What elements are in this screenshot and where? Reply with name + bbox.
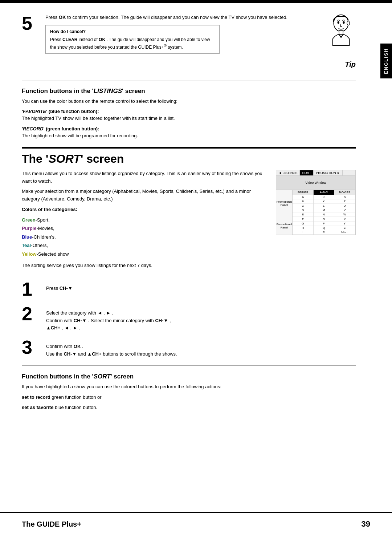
sort-main-heading: The 'SORT' screen <box>22 147 356 166</box>
guide-cell: S <box>334 195 355 199</box>
guide-cell: T <box>334 199 355 204</box>
sort-step-3-num: 3 <box>22 338 42 357</box>
guide-rows-lower: F G H I O P Q R X Y <box>293 217 355 235</box>
divider-1 <box>22 81 356 81</box>
tip-ok-bold: OK <box>99 37 105 42</box>
color-blue-line: Blue-Children's, <box>22 233 265 241</box>
guide-cell: D <box>293 208 313 212</box>
guide-col2-lower: O P Q R <box>314 217 335 235</box>
guide-col-movies: MOVIES <box>334 190 355 195</box>
mini-guide: ◄ LISTINGS SORT PROMOTION ► Video Window… <box>276 170 356 235</box>
guide-col1-lower: F G H I <box>293 217 314 235</box>
guide-lower-body: PromotionalPanel F G H I O P Q <box>276 217 355 235</box>
guide-inner-upper: SERIES A-B-C MOVIES A B C D E J <box>293 190 355 217</box>
guide-cell: R <box>314 230 334 235</box>
guide-cell: B <box>293 199 313 204</box>
sort-step-3: 3 Confirm with OK . Use the CH-▼ and ▲CH… <box>22 338 356 358</box>
guide-cell: Y <box>334 222 355 226</box>
step-5-number: 5 <box>22 14 40 33</box>
step1-ch-bold: CH-▼ <box>60 285 73 291</box>
sort-step-2-text: Select the category with ◄ , ► . Confirm… <box>46 304 171 332</box>
guide-cell: C <box>293 204 313 208</box>
guide-rows-upper: A B C D E J K L M N <box>293 195 355 217</box>
sorting-text: The sorting service gives you show listi… <box>22 262 265 269</box>
guide-col1: A B C D E <box>293 195 314 217</box>
tip-clear-bold: CLEAR <box>62 37 77 42</box>
guide-video-window: Video Window <box>276 176 355 190</box>
sort-step-2: 2 Select the category with ◄ , ► . Confi… <box>22 304 356 332</box>
tip-label: Tip <box>323 59 356 70</box>
guide-cell: Z <box>334 226 355 230</box>
color-purple-text: -Movies, <box>36 226 54 231</box>
cartoon-svg <box>323 14 356 54</box>
guide-col-header: SERIES A-B-C MOVIES <box>293 190 355 195</box>
favorite-text: The highlighted TV show will be stored t… <box>22 115 356 122</box>
step3-ach-bold: ▲CH+ <box>87 351 101 357</box>
color-green-label: Green <box>22 217 36 223</box>
svg-point-3 <box>347 21 350 25</box>
sort-steps-area: 1 Press CH-▼ 2 Select the category with … <box>22 280 356 358</box>
color-yellow-text: -Selected show <box>36 251 69 257</box>
listings-section: Function buttons in the 'LISTINGS' scree… <box>22 88 356 140</box>
record-text: The highlighted show will be programmed … <box>22 132 356 140</box>
color-blue-text: -Children's, <box>32 234 56 240</box>
guide-cell: A <box>293 195 313 199</box>
guide-cell: Q <box>314 226 334 230</box>
tip-box-text: Press CLEAR instead of OK . The guide wi… <box>50 36 215 50</box>
svg-point-1 <box>338 21 340 24</box>
listings-section-title: Function buttons in the 'LISTINGS' scree… <box>22 88 356 95</box>
guide-promo-panel-lower: PromotionalPanel <box>276 217 293 235</box>
color-teal-text: -Others, <box>31 243 48 248</box>
guide-col3: S T U V W <box>334 195 355 217</box>
function-sort-body: If you have highlighted a show you can u… <box>22 383 356 391</box>
color-green-text: -Sport, <box>36 217 50 223</box>
guide-cell: N <box>314 212 334 217</box>
guide-cell: P <box>314 222 334 226</box>
sort-step-1-num: 1 <box>22 280 42 299</box>
guide-cell: G <box>293 222 313 226</box>
function-sort-favorite: set as favorite blue function button. <box>22 404 356 412</box>
language-tab: ENGLISH <box>380 44 392 78</box>
guide-upper-body: PromotionalPanel SERIES A-B-C MOVIES A B… <box>276 190 355 217</box>
step3-ch-bold: CH-▼ <box>64 351 77 357</box>
step3-ok-bold: OK <box>74 344 81 349</box>
sort-step-1-text: Press CH-▼ <box>46 280 73 292</box>
step2-ch-bold2: CH-▼ <box>155 318 168 323</box>
step-5-content: Press OK to confirm your selection. The … <box>45 14 356 73</box>
svg-rect-4 <box>339 31 343 35</box>
guide-cell: J <box>314 195 334 199</box>
guide-col2: J K L M N <box>314 195 335 217</box>
guide-cell: O <box>314 217 334 222</box>
favorite-heading: 'FAVORITE' (blue function button): <box>22 109 356 114</box>
function-sort-title: Function buttons in the 'SORT' screen <box>22 373 356 380</box>
sort-body1: This menu allows you to access show list… <box>22 170 265 185</box>
tip-box-title: How do I cancel? <box>50 28 215 35</box>
guide-cell: X <box>334 217 355 222</box>
color-teal-label: Teal <box>22 243 31 248</box>
guide-cell: L <box>314 204 334 208</box>
guide-cell: W <box>334 212 355 217</box>
sort-body2: Make your selection from a major categor… <box>22 188 265 203</box>
step-5-text: Press OK to confirm your selection. The … <box>45 14 316 21</box>
sort-step-3-text: Confirm with OK . Use the CH-▼ and ▲CH+ … <box>46 338 177 358</box>
guide-cell: H <box>293 226 313 230</box>
guide-cell: K <box>314 199 334 204</box>
guide-cell: V <box>334 208 355 212</box>
sort-step-2-num: 2 <box>22 304 42 323</box>
listings-body: You can use the color buttons on the rem… <box>22 98 356 105</box>
function-sort-record: set to record green function button or <box>22 394 356 401</box>
step-5-block: 5 Press OK to confirm your selection. Th… <box>22 14 356 73</box>
color-teal-line: Teal-Others, <box>22 241 265 250</box>
guide-inner-lower: F G H I O P Q R X Y <box>293 217 355 235</box>
mini-guide-header: ◄ LISTINGS SORT PROMOTION ► <box>276 170 355 176</box>
guide-tab-listings: ◄ LISTINGS <box>276 170 300 175</box>
step-5-ok-bold: OK <box>59 15 66 20</box>
step2-ach-bold: ▲CH+ <box>46 325 60 331</box>
function-sort-section: Function buttons in the 'SORT' screen If… <box>22 373 356 412</box>
colors-heading: Colors of the categories: <box>22 207 265 212</box>
sort-text-col: This menu allows you to access show list… <box>22 170 265 272</box>
guide-cell: U <box>334 204 355 208</box>
color-yellow-line: Yellow-Selected show <box>22 250 265 258</box>
divider-2 <box>22 365 356 366</box>
guide-cell: Misc. <box>334 230 355 235</box>
